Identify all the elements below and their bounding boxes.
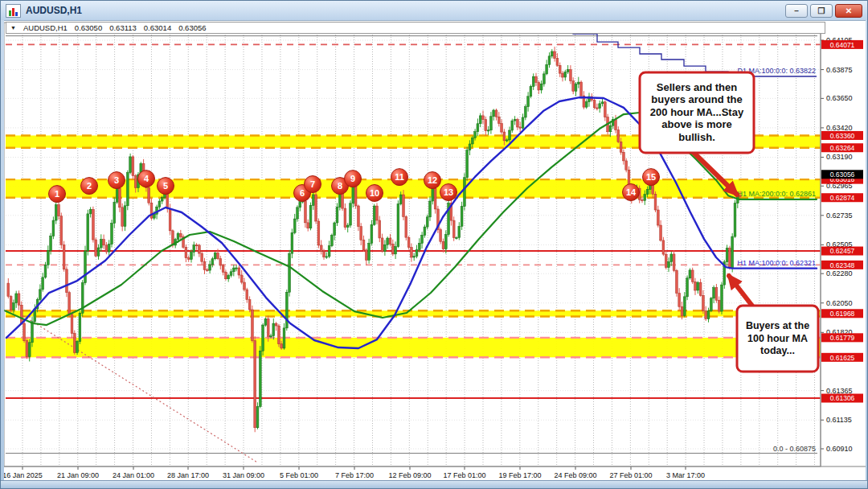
svg-text:0.61365: 0.61365 bbox=[826, 387, 853, 395]
svg-text:above is more: above is more bbox=[661, 118, 731, 130]
svg-text:0.61625: 0.61625 bbox=[830, 354, 855, 362]
svg-text:0.63875: 0.63875 bbox=[826, 66, 853, 74]
svg-text:16 Jan 2025: 16 Jan 2025 bbox=[4, 471, 43, 479]
svg-text:8: 8 bbox=[338, 181, 342, 191]
price-chart-svg[interactable]: 38.2 - 0.641390.0 - 0.60875H1 MA:200:0:0… bbox=[4, 21, 866, 483]
window-title: AUDUSD,H1 bbox=[26, 5, 82, 16]
svg-text:5 Feb 01:00: 5 Feb 01:00 bbox=[280, 471, 318, 479]
svg-text:H1 MA:200:0:0: 0.62861: H1 MA:200:0:0: 0.62861 bbox=[737, 190, 816, 198]
svg-text:200 hour MA...Stay: 200 hour MA...Stay bbox=[650, 106, 744, 118]
svg-text:today...: today... bbox=[760, 345, 795, 356]
svg-text:0.63190: 0.63190 bbox=[826, 153, 853, 161]
svg-text:0.61779: 0.61779 bbox=[830, 334, 855, 342]
svg-text:0.60910: 0.60910 bbox=[826, 445, 853, 453]
svg-text:0.63056: 0.63056 bbox=[830, 171, 855, 179]
svg-text:0.62457: 0.62457 bbox=[830, 247, 855, 255]
ohlc-quote-bar: ▼ AUDUSD,H1 0.63050 0.63113 0.63014 0.63… bbox=[6, 22, 825, 34]
minimize-button[interactable]: – bbox=[785, 4, 808, 18]
svg-text:buyers around the: buyers around the bbox=[651, 93, 742, 105]
svg-text:1: 1 bbox=[55, 189, 59, 199]
svg-text:6: 6 bbox=[300, 188, 305, 198]
svg-text:2: 2 bbox=[87, 181, 92, 191]
svg-text:0.61135: 0.61135 bbox=[826, 416, 852, 424]
svg-text:bullish.: bullish. bbox=[678, 131, 715, 143]
svg-text:11: 11 bbox=[395, 172, 404, 182]
svg-text:12: 12 bbox=[428, 175, 437, 185]
svg-text:4: 4 bbox=[144, 174, 149, 183]
svg-text:0.0 - 0.60875: 0.0 - 0.60875 bbox=[773, 445, 816, 453]
svg-text:13: 13 bbox=[444, 187, 453, 197]
svg-text:0.62735: 0.62735 bbox=[826, 212, 853, 220]
svg-text:31 Jan 09:00: 31 Jan 09:00 bbox=[223, 471, 264, 479]
svg-text:10: 10 bbox=[370, 188, 379, 198]
svg-text:0.61306: 0.61306 bbox=[830, 394, 855, 402]
svg-text:24 Jan 01:00: 24 Jan 01:00 bbox=[113, 471, 154, 479]
svg-text:27 Feb 01:00: 27 Feb 01:00 bbox=[609, 471, 652, 479]
svg-text:Sellers and then: Sellers and then bbox=[657, 81, 737, 93]
svg-text:100 hour MA: 100 hour MA bbox=[747, 333, 808, 344]
svg-text:12 Feb 09:00: 12 Feb 09:00 bbox=[388, 471, 431, 479]
svg-text:19 Feb 17:00: 19 Feb 17:00 bbox=[498, 471, 541, 479]
quote-high: 0.63113 bbox=[109, 23, 137, 32]
symbol-dropdown-icon[interactable]: ▼ bbox=[10, 25, 16, 31]
svg-text:9: 9 bbox=[350, 174, 355, 183]
svg-text:Buyers at the: Buyers at the bbox=[746, 320, 809, 331]
svg-text:0.63420: 0.63420 bbox=[826, 124, 853, 132]
svg-text:0.63360: 0.63360 bbox=[830, 132, 855, 140]
svg-text:3 Mar 17:00: 3 Mar 17:00 bbox=[666, 471, 705, 479]
restore-button[interactable]: ❐ bbox=[810, 4, 833, 18]
svg-text:0.62050: 0.62050 bbox=[826, 299, 853, 307]
svg-text:0.62280: 0.62280 bbox=[826, 269, 853, 277]
svg-text:H1 MA:100:0:0: 0.62321: H1 MA:100:0:0: 0.62321 bbox=[737, 259, 816, 267]
quote-open: 0.63050 bbox=[75, 23, 102, 32]
close-button[interactable]: ✕ bbox=[835, 4, 862, 18]
svg-text:0.64071: 0.64071 bbox=[830, 41, 855, 49]
svg-text:14: 14 bbox=[626, 187, 637, 197]
quote-low: 0.63014 bbox=[144, 23, 171, 32]
svg-text:17 Feb 01:00: 17 Feb 01:00 bbox=[443, 471, 485, 479]
title-bar: AUDUSD,H1 – ❐ ✕ bbox=[1, 1, 867, 20]
svg-text:0.62874: 0.62874 bbox=[830, 194, 855, 202]
status-bar bbox=[1, 480, 867, 488]
svg-text:21 Jan 09:00: 21 Jan 09:00 bbox=[57, 471, 99, 479]
svg-text:0.61968: 0.61968 bbox=[830, 310, 855, 318]
svg-text:0.63650: 0.63650 bbox=[826, 94, 853, 102]
icon-bar-green bbox=[9, 10, 11, 16]
svg-text:3: 3 bbox=[114, 175, 119, 185]
icon-bar-red bbox=[12, 8, 14, 16]
quote-close: 0.63056 bbox=[178, 23, 206, 32]
svg-text:7 Feb 17:00: 7 Feb 17:00 bbox=[335, 471, 374, 479]
mt4-window: AUDUSD,H1 – ❐ ✕ 38.2 - 0.641390.0 - 0.60… bbox=[0, 0, 868, 489]
svg-text:0.62348: 0.62348 bbox=[830, 261, 855, 269]
icon-bar-blue bbox=[15, 12, 18, 16]
price-axis[interactable]: 0.641050.638750.636500.634200.631900.629… bbox=[821, 23, 866, 466]
chart-area[interactable]: 38.2 - 0.641390.0 - 0.60875H1 MA:200:0:0… bbox=[4, 20, 866, 483]
svg-text:28 Jan 17:00: 28 Jan 17:00 bbox=[167, 471, 209, 479]
chart-app-icon bbox=[6, 4, 21, 18]
svg-text:7: 7 bbox=[310, 179, 315, 189]
svg-text:24 Feb 09:00: 24 Feb 09:00 bbox=[554, 471, 596, 479]
quote-symbol: AUDUSD,H1 bbox=[23, 23, 68, 32]
svg-text:0.63264: 0.63264 bbox=[830, 144, 855, 152]
svg-text:15: 15 bbox=[646, 172, 656, 182]
svg-text:5: 5 bbox=[163, 181, 168, 191]
